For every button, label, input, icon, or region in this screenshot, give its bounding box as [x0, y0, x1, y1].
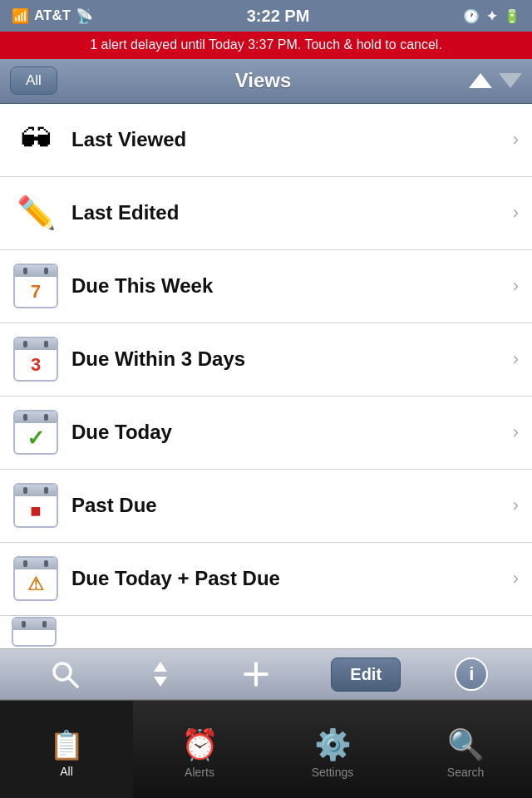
- tab-all[interactable]: 📋 All: [0, 701, 133, 798]
- chevron-icon: ›: [513, 495, 519, 516]
- glasses-icon: 🕶: [12, 116, 60, 164]
- views-list: 🕶 Last Viewed › ✏️ Last Edited › 7 Due T…: [0, 104, 532, 649]
- tab-alerts-label: Alerts: [185, 766, 214, 779]
- pencil-icon: ✏️: [12, 189, 60, 237]
- svg-rect-5: [244, 672, 268, 676]
- nav-bar: All Views: [0, 59, 532, 104]
- status-bar: 📶 AT&T 📡 3:22 PM 🕐 ✦ 🔋: [0, 0, 532, 32]
- signal-bars: 📶: [12, 7, 29, 25]
- last-viewed-label: Last Viewed: [71, 128, 506, 151]
- battery-icon: 🔋: [504, 8, 520, 24]
- tab-search[interactable]: 🔍 Search: [399, 701, 532, 798]
- list-item-partial: [0, 616, 532, 649]
- list-item-due-today-past[interactable]: ⚠ Due Today + Past Due ›: [0, 543, 532, 616]
- search-tab-icon: 🔍: [447, 727, 485, 762]
- nav-up-arrow[interactable]: [469, 73, 492, 88]
- due-3-days-label: Due Within 3 Days: [71, 347, 506, 371]
- calendar-warning-icon: ⚠: [12, 554, 60, 603]
- search-button[interactable]: [44, 653, 86, 695]
- chevron-icon: ›: [513, 129, 519, 150]
- alert-text: 1 alert delayed until Today 3:37 PM. Tou…: [90, 37, 442, 52]
- nav-down-arrow[interactable]: [499, 73, 522, 88]
- tab-search-label: Search: [447, 766, 484, 779]
- edit-button[interactable]: Edit: [331, 658, 401, 692]
- calendar-today-icon: ✓: [12, 408, 60, 456]
- chevron-icon: ›: [513, 348, 519, 370]
- list-item-last-edited[interactable]: ✏️ Last Edited ›: [0, 177, 532, 250]
- alert-banner[interactable]: 1 alert delayed until Today 3:37 PM. Tou…: [0, 32, 532, 59]
- due-today-past-label: Due Today + Past Due: [71, 567, 506, 590]
- list-item-due-today[interactable]: ✓ Due Today ›: [0, 397, 532, 470]
- tab-settings-label: Settings: [312, 766, 354, 779]
- carrier-label: AT&T: [34, 7, 71, 24]
- tab-all-label: All: [60, 765, 73, 778]
- chevron-icon: ›: [513, 421, 519, 443]
- toolbar: Edit i: [0, 648, 532, 700]
- svg-marker-2: [154, 662, 167, 672]
- calendar-week-icon: 7: [12, 262, 60, 310]
- list-item-due-3-days[interactable]: 3 Due Within 3 Days ›: [0, 323, 532, 397]
- chevron-icon: ›: [513, 568, 519, 589]
- tab-alerts[interactable]: ⏰ Alerts: [133, 701, 266, 798]
- list-item-last-viewed[interactable]: 🕶 Last Viewed ›: [0, 104, 532, 177]
- bluetooth-icon: ✦: [486, 8, 497, 24]
- nav-title: Views: [235, 69, 292, 92]
- alerts-tab-icon: ⏰: [181, 727, 219, 762]
- past-due-label: Past Due: [71, 494, 506, 517]
- calendar-past-icon: ■: [12, 481, 60, 530]
- tab-settings[interactable]: ⚙️ Settings: [266, 701, 399, 798]
- carrier-wifi: 📶 AT&T 📡: [12, 7, 93, 25]
- all-tab-icon: 📋: [49, 728, 84, 761]
- add-button[interactable]: [235, 653, 277, 695]
- due-today-label: Due Today: [71, 421, 506, 444]
- list-item-past-due[interactable]: ■ Past Due ›: [0, 470, 532, 543]
- status-icons: 🕐 ✦ 🔋: [463, 8, 520, 24]
- chevron-icon: ›: [513, 275, 519, 297]
- sort-button[interactable]: [140, 653, 181, 695]
- nav-arrows: [469, 73, 522, 88]
- svg-line-1: [68, 677, 77, 687]
- info-button[interactable]: i: [455, 658, 488, 691]
- chevron-icon: ›: [513, 202, 519, 224]
- due-this-week-label: Due This Week: [71, 274, 506, 298]
- status-time: 3:22 PM: [247, 7, 310, 26]
- clock-icon: 🕐: [463, 8, 480, 24]
- tab-bar: 📋 All ⏰ Alerts ⚙️ Settings 🔍 Search: [0, 700, 532, 798]
- list-item-due-this-week[interactable]: 7 Due This Week ›: [0, 250, 532, 323]
- calendar-3-icon: 3: [12, 335, 60, 383]
- settings-tab-icon: ⚙️: [314, 727, 352, 762]
- wifi-icon: 📡: [76, 7, 93, 25]
- last-edited-label: Last Edited: [71, 201, 506, 224]
- svg-marker-3: [154, 677, 167, 687]
- all-button[interactable]: All: [10, 66, 57, 95]
